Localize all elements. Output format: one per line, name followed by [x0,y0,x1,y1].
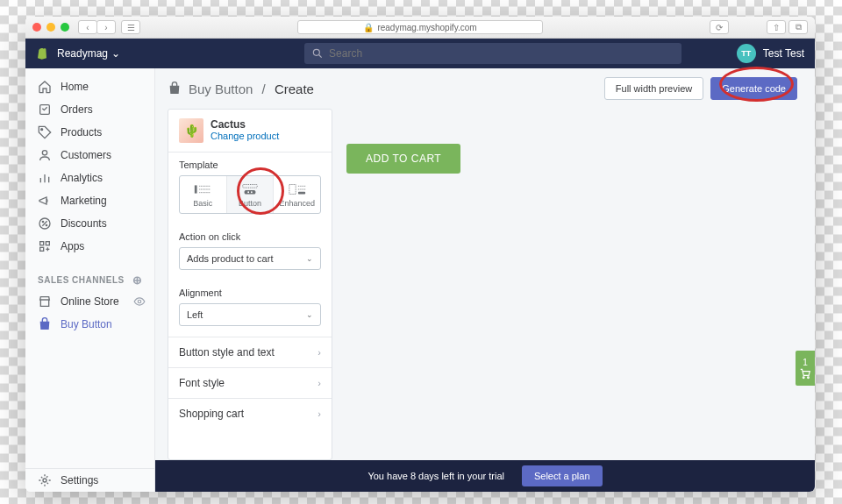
product-thumbnail: 🌵 [179,118,203,143]
url-text: readymag.myshopify.com [377,23,476,32]
add-to-cart-button[interactable]: ADD TO CART [346,144,460,174]
svg-rect-27 [289,185,296,195]
chevron-down-icon: ⌄ [306,254,313,263]
expand-button-style[interactable]: Button style and text› [168,337,332,367]
sidebar-label: Home [61,81,89,93]
shop-switcher[interactable]: Readymag ⌄ [57,47,120,60]
generate-code-button[interactable]: Generate code [710,77,797,100]
address-bar[interactable]: 🔒 readymag.myshopify.com [297,20,543,34]
select-plan-button[interactable]: Select a plan [522,465,603,486]
close-window-button[interactable] [32,23,41,32]
search-input[interactable] [304,43,681,64]
sidebar-item-apps[interactable]: Apps [25,235,154,258]
expand-label: Shopping cart [179,408,244,420]
shop-name-text: Readymag [57,47,108,60]
sidebar-item-settings[interactable]: Settings [25,469,154,492]
template-label: Template [179,160,321,170]
svg-point-4 [42,151,46,155]
maximize-window-button[interactable] [61,23,69,32]
svg-point-18 [43,479,46,482]
sidebar-item-customers[interactable]: Customers [25,144,154,167]
forward-button[interactable]: › [96,20,116,34]
sidebar-label: Buy Button [61,318,112,330]
chevron-right-icon: › [318,408,321,419]
sales-channels-header: SALES CHANNELS ⊕ [25,265,154,290]
preview-area: ADD TO CART [346,109,797,460]
svg-rect-19 [195,185,197,193]
sidebar-item-marketing[interactable]: Marketing [25,189,154,212]
chevron-right-icon: › [318,378,321,388]
svg-line-1 [319,55,322,58]
expand-font-style[interactable]: Font style› [168,367,332,398]
change-product-link[interactable]: Change product [210,131,279,141]
tabs-button[interactable]: ⧉ [788,20,808,34]
action-label: Action on click [179,231,321,242]
chevron-down-icon: ⌄ [306,310,313,319]
svg-point-25 [247,191,249,193]
tag-icon [38,125,52,139]
sidebar-item-analytics[interactable]: Analytics [25,167,154,189]
enhanced-icon [288,183,307,195]
cart-fab[interactable]: 1 [796,351,815,386]
sidebar-item-buy-button[interactable]: Buy Button [25,313,154,336]
sidebar-label: Discounts [61,217,107,230]
user-name: Test Test [763,47,804,60]
sidebar-item-orders[interactable]: Orders [25,98,154,121]
template-label-text: Basic [193,199,212,208]
sidebar-item-discounts[interactable]: Discounts [25,212,154,235]
product-name: Cactus [210,118,279,131]
alignment-select[interactable]: Left⌄ [179,303,321,326]
sidebar: Home Orders Products Customers Analytics… [25,68,155,492]
refresh-button[interactable]: ⟳ [710,20,729,34]
sidebar-label: Apps [61,240,84,252]
expand-label: Button style and text [179,346,275,358]
expand-shopping-cart[interactable]: Shopping cart› [168,398,332,429]
breadcrumb-link[interactable]: Buy Button [189,82,253,96]
bag-icon [38,317,52,331]
home-icon [38,80,52,94]
svg-point-11 [46,224,46,225]
svg-point-26 [251,191,253,193]
svg-point-17 [138,300,141,303]
search-icon [311,47,324,60]
sidebar-label: Customers [61,149,111,161]
cart-icon [799,367,811,380]
eye-icon[interactable] [133,295,146,308]
svg-point-10 [42,221,43,222]
full-width-preview-button[interactable]: Full width preview [604,77,703,100]
add-channel-icon[interactable]: ⊕ [132,273,143,287]
lock-icon: 🔒 [363,23,374,32]
svg-rect-30 [298,192,305,195]
action-select[interactable]: Adds product to cart⌄ [179,247,321,270]
breadcrumb: Buy Button / Create [189,82,314,96]
sidebar-label: Settings [61,474,98,486]
basic-icon [193,183,212,195]
page-header: Buy Button / Create Full width preview G… [155,68,815,109]
sidebar-label: Online Store [61,295,119,308]
main-content: Buy Button / Create Full width preview G… [155,68,815,492]
template-label-text: Enhanced [279,199,315,208]
analytics-icon [38,171,52,185]
avatar[interactable]: TT [737,44,756,63]
sidebar-label: Products [61,126,102,138]
template-enhanced[interactable]: Enhanced [274,176,320,213]
svg-rect-23 [243,185,258,188]
sidebar-item-home[interactable]: Home [25,75,154,98]
app-topbar: Readymag ⌄ TT Test Test [25,39,815,68]
chevron-right-icon: › [318,347,321,358]
sidebar-label: Marketing [61,195,107,207]
minimize-window-button[interactable] [46,23,55,32]
svg-rect-14 [40,247,44,251]
back-button[interactable]: ‹ [78,20,97,34]
svg-rect-13 [46,242,49,245]
sidebar-item-products[interactable]: Products [25,121,154,144]
svg-point-32 [808,376,810,378]
sidebar-item-online-store[interactable]: Online Store [25,290,154,313]
select-value: Adds product to cart [187,253,273,264]
apps-icon [38,239,52,253]
template-basic[interactable]: Basic [180,176,227,213]
share-button[interactable]: ⇧ [767,20,786,34]
sidebar-toggle-button[interactable]: ☰ [121,20,140,34]
config-panel: 🌵 Cactus Change product Template Basic B… [168,109,332,460]
template-button[interactable]: Button [227,176,275,213]
